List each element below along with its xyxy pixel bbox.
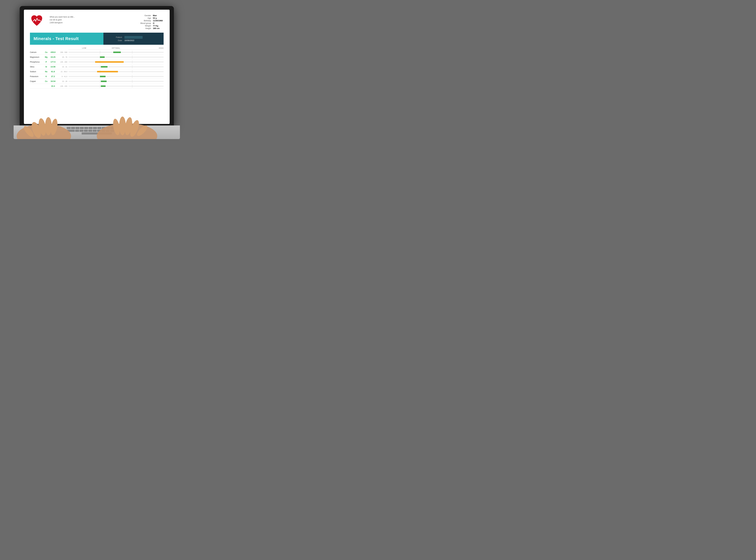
screen-bezel: What you want here as title... rue de la… bbox=[20, 6, 174, 127]
key-space[interactable] bbox=[82, 133, 112, 135]
weight-label: Weight bbox=[140, 24, 152, 27]
banner-dark: Patient Date 10/30/2022 bbox=[103, 33, 164, 45]
title-banner: Minerals - Test Result Patient Date 10/3… bbox=[30, 33, 164, 45]
key[interactable] bbox=[97, 130, 101, 132]
mineral-value: 61.6 bbox=[49, 71, 57, 73]
key[interactable] bbox=[97, 127, 101, 129]
height-label: Height bbox=[140, 27, 152, 29]
mineral-value: 10.4 bbox=[49, 85, 57, 87]
mineral-value: 439.8 bbox=[49, 51, 57, 53]
mineral-symbol: P bbox=[43, 61, 49, 63]
mineral-row: CalciumCa439.8299 - 599 bbox=[30, 50, 164, 55]
key[interactable] bbox=[76, 127, 79, 129]
mineral-name: Phosphorus bbox=[30, 61, 43, 63]
mineral-chart bbox=[68, 56, 164, 59]
key[interactable] bbox=[115, 127, 119, 129]
key[interactable] bbox=[106, 127, 110, 129]
col-label-high: HIGH bbox=[132, 47, 164, 49]
mineral-chart bbox=[68, 51, 164, 54]
mineral-row: 10.4135 - 155 bbox=[30, 84, 164, 88]
weight-value: 77 Kg bbox=[152, 24, 164, 27]
mineral-bar bbox=[101, 66, 107, 67]
gender-label: Gender bbox=[140, 14, 152, 17]
laptop-frame: What you want here as title... rue de la… bbox=[14, 6, 180, 139]
key[interactable] bbox=[93, 127, 97, 129]
mineral-chart bbox=[68, 70, 164, 73]
key[interactable] bbox=[75, 130, 79, 132]
mineral-name: Copper bbox=[30, 80, 43, 82]
mineral-symbol: Si bbox=[43, 66, 49, 68]
address-title: What you want here as title... bbox=[49, 16, 140, 18]
doc-address: What you want here as title... rue de la… bbox=[49, 14, 140, 24]
banner-teal: Minerals - Test Result bbox=[30, 33, 103, 45]
mineral-bar bbox=[95, 61, 124, 63]
keyboard bbox=[14, 125, 180, 139]
height-value: 180 cm bbox=[152, 27, 164, 29]
key[interactable] bbox=[93, 130, 97, 132]
mineral-bar bbox=[97, 71, 118, 73]
mineral-symbol: Na bbox=[43, 71, 49, 73]
mineral-chart bbox=[68, 60, 164, 63]
mineral-row: PhosphorusP177.5145 - 200 bbox=[30, 60, 164, 64]
key[interactable] bbox=[71, 127, 75, 129]
key[interactable] bbox=[102, 127, 106, 129]
key[interactable] bbox=[67, 127, 71, 129]
mineral-chart bbox=[68, 85, 164, 88]
mineral-range: 135 - 155 bbox=[57, 85, 68, 87]
mineral-bar bbox=[101, 81, 106, 82]
mineral-chart bbox=[68, 65, 164, 68]
key[interactable] bbox=[80, 127, 84, 129]
key-tab[interactable] bbox=[67, 130, 75, 132]
mineral-bar bbox=[100, 56, 105, 58]
key[interactable] bbox=[106, 130, 110, 132]
birthday-value: 11/30/1968 bbox=[152, 19, 164, 22]
patient-info: Gender Man Age 53 y. Birthday 11/30/1968 bbox=[140, 14, 164, 29]
key[interactable] bbox=[80, 130, 83, 132]
blood-group-label: Blood group bbox=[140, 22, 152, 24]
key[interactable] bbox=[84, 130, 88, 132]
mineral-bar bbox=[100, 76, 106, 77]
key-enter[interactable] bbox=[119, 130, 126, 132]
mineral-range: 21 - 89.0 bbox=[57, 71, 68, 73]
mineral-row: CopperCu18.5410 - 28 bbox=[30, 79, 164, 84]
mineral-value: 19.25 bbox=[49, 56, 57, 58]
address-street: rue de la gare bbox=[49, 19, 140, 21]
mineral-symbol: Mg bbox=[43, 56, 49, 58]
mineral-name: Silica bbox=[30, 66, 43, 68]
key[interactable] bbox=[88, 130, 92, 132]
mineral-range: 9 - 41.0 bbox=[57, 76, 68, 77]
key[interactable] bbox=[101, 130, 105, 132]
patient-label: Patient bbox=[106, 36, 123, 39]
col-label-optimal: OPTIMAL bbox=[100, 47, 132, 49]
key-backspace[interactable] bbox=[119, 127, 127, 129]
date-value: 10/30/2022 bbox=[123, 39, 164, 42]
mineral-value: 18.54 bbox=[49, 80, 57, 82]
mineral-name: Magnesium bbox=[30, 56, 43, 58]
age-value: 53 y. bbox=[152, 17, 164, 19]
date-label: Date bbox=[106, 39, 123, 42]
key[interactable] bbox=[110, 130, 114, 132]
patient-name-value bbox=[123, 36, 164, 39]
key[interactable] bbox=[111, 127, 115, 129]
mineral-chart bbox=[68, 75, 164, 78]
mineral-value: 14.56 bbox=[49, 66, 57, 68]
mineral-value: 27.2 bbox=[49, 75, 57, 78]
mineral-name: Sodium bbox=[30, 71, 43, 73]
key[interactable] bbox=[115, 130, 119, 132]
mineral-range: 10 - 28 bbox=[57, 80, 68, 82]
heart-logo-icon bbox=[30, 14, 43, 28]
screen: What you want here as title... rue de la… bbox=[24, 10, 170, 124]
mineral-range: 29 - 76 bbox=[57, 56, 68, 58]
mineral-range: 145 - 200 bbox=[57, 61, 68, 63]
doc-title: Minerals - Test Result bbox=[34, 36, 79, 41]
mineral-row: MagnesiumMg19.2529 - 76 bbox=[30, 55, 164, 60]
doc-header: What you want here as title... rue de la… bbox=[30, 14, 164, 29]
document: What you want here as title... rue de la… bbox=[24, 10, 170, 124]
gender-value: Man bbox=[152, 14, 164, 17]
mineral-symbol: Ca bbox=[43, 51, 49, 53]
age-label: Age bbox=[140, 17, 152, 19]
mineral-range: 15 - 31 bbox=[57, 66, 68, 68]
key[interactable] bbox=[84, 127, 88, 129]
col-label-low: LOW bbox=[68, 47, 100, 49]
key[interactable] bbox=[88, 127, 93, 129]
